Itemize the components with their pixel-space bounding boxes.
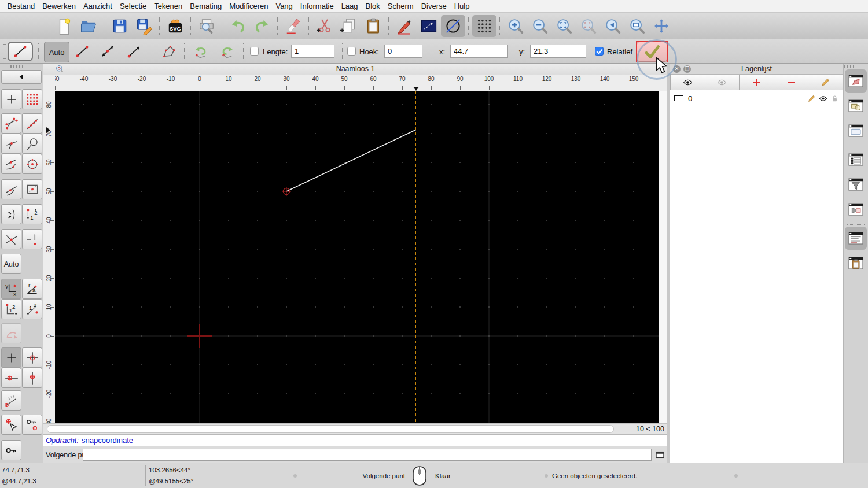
line-two-points-button[interactable] [71, 42, 94, 61]
restrict-off-button[interactable] [1, 347, 21, 368]
layer-pencil-edit-button[interactable] [807, 94, 816, 103]
snap-angles-button[interactable] [1, 390, 21, 411]
erase-button[interactable] [281, 15, 306, 37]
layer-row[interactable]: 0 [670, 91, 843, 105]
layer-color-swatch[interactable] [674, 95, 683, 101]
menu-scherm[interactable]: Scherm [384, 2, 417, 10]
layers-hide-all-button[interactable] [705, 75, 740, 90]
panel-layer-list-toggle-button[interactable] [845, 69, 867, 93]
auto-mode-button[interactable]: Auto [44, 42, 69, 62]
snap-intersection-manual-button[interactable] [22, 229, 42, 249]
undo-segment-button[interactable] [190, 42, 213, 61]
polyline-mode-button[interactable] [157, 42, 181, 61]
lock-relative-zero-button[interactable] [1, 440, 21, 460]
panel-entity-filter-toggle-button[interactable] [845, 198, 867, 221]
open-file-button[interactable] [76, 15, 101, 37]
layer-add-button[interactable] [740, 75, 774, 90]
coord-cartesian-button[interactable]: yx [1, 279, 21, 299]
undo-button[interactable] [226, 15, 250, 37]
menu-bestand[interactable]: Bestand [3, 2, 39, 10]
panel-clipboard-toggle-button[interactable] [845, 252, 867, 275]
zoom-selection-button[interactable] [576, 15, 601, 37]
menu-tekenen[interactable]: Tekenen [150, 2, 186, 10]
snap-distance-button[interactable]: 12 [22, 204, 42, 224]
paste-button[interactable] [361, 15, 385, 37]
restrict-angle-off-button[interactable] [1, 323, 21, 343]
snap-auto-button[interactable] [1, 204, 21, 224]
zoom-window-button[interactable] [625, 15, 649, 37]
new-file-button[interactable] [52, 15, 76, 37]
active-line-tool-button[interactable] [8, 42, 33, 61]
menu-hulp[interactable]: Hulp [450, 2, 473, 10]
snap-tangent-button[interactable] [1, 179, 21, 199]
redo-button[interactable] [250, 15, 274, 37]
angle-checkbox[interactable] [347, 47, 356, 56]
menu-blok[interactable]: Blok [362, 2, 384, 10]
document-window-titlebar[interactable]: Naamloos 1 [43, 64, 667, 75]
command-input[interactable] [83, 449, 652, 461]
snap-coordinate-button[interactable] [1, 415, 21, 435]
rel-polar-button[interactable]: 12 [22, 299, 42, 319]
menu-aanzicht[interactable]: Aanzicht [80, 2, 116, 10]
layers-show-all-button[interactable] [670, 75, 705, 90]
snap-reference-button[interactable] [22, 179, 42, 199]
layer-edit-button[interactable] [808, 75, 843, 90]
save-as-button[interactable] [132, 15, 156, 37]
back-arrow-button[interactable] [1, 70, 42, 84]
snap-center-button[interactable] [22, 154, 42, 174]
line-blueprint-button[interactable] [417, 15, 441, 37]
panel-property-editor-toggle-button[interactable] [845, 148, 867, 171]
menu-selectie[interactable]: Selectie [116, 2, 150, 10]
menu-bemating[interactable]: Bemating [186, 2, 226, 10]
dock-grip[interactable] [844, 65, 867, 68]
line-one-direction-button[interactable] [123, 42, 146, 61]
menu-informatie[interactable]: Informatie [296, 2, 337, 10]
grid-toggle-button[interactable] [472, 15, 496, 37]
snap-endpoints-button[interactable] [1, 113, 21, 134]
horizontal-scrollbar-thumb[interactable] [47, 425, 614, 433]
svg-export-button[interactable]: SVG [163, 15, 187, 37]
length-checkbox[interactable] [250, 47, 259, 56]
dock-grip[interactable] [10, 65, 34, 68]
draw-pencil-button[interactable] [392, 15, 417, 37]
snap-grid-button[interactable] [22, 89, 42, 109]
panel-library-toggle-button[interactable] [845, 119, 867, 142]
redo-segment-button[interactable] [215, 42, 238, 61]
snap-intersection-button[interactable] [1, 229, 21, 249]
copy-button[interactable] [337, 15, 361, 37]
snap-auto-button[interactable]: Auto [1, 254, 21, 274]
print-preview-button[interactable] [194, 15, 219, 37]
horizontal-scrollbar[interactable]: 10 < 100 [43, 423, 667, 434]
layer-remove-button[interactable] [774, 75, 809, 90]
circle-slash-button[interactable] [441, 15, 465, 37]
restrict-orthogonal-button[interactable] [22, 347, 42, 368]
zoom-previous-button[interactable] [601, 15, 625, 37]
layer-eye-open-button[interactable] [819, 94, 827, 103]
relative-checkbox[interactable] [595, 47, 604, 56]
snap-entity-button[interactable] [22, 134, 42, 154]
coord-polar-button[interactable]: ra [22, 279, 42, 299]
set-relative-zero-button[interactable] [22, 415, 42, 435]
restrict-horizontal-button[interactable] [1, 368, 21, 388]
zoom-auto-button[interactable] [552, 15, 576, 37]
toolbar-grip[interactable] [3, 44, 6, 59]
snap-on-entity-button[interactable] [22, 113, 42, 134]
drawing-canvas[interactable] [55, 91, 659, 423]
pan-button[interactable] [649, 15, 674, 37]
layer-lock-gray-button[interactable] [830, 94, 839, 103]
zoom-out-button[interactable] [528, 15, 552, 37]
menu-modificeren[interactable]: Modificeren [226, 2, 272, 10]
command-window-toggle-button[interactable] [654, 449, 665, 460]
menu-laag[interactable]: Laag [337, 2, 362, 10]
angle-input[interactable] [384, 45, 422, 58]
menu-diverse[interactable]: Diverse [417, 2, 450, 10]
zoom-in-button[interactable] [503, 15, 528, 37]
restrict-vertical-button[interactable] [22, 368, 42, 388]
snap-middle-button[interactable] [1, 154, 21, 174]
panel-selection-filter-toggle-button[interactable] [845, 173, 867, 196]
length-input[interactable] [291, 45, 334, 58]
rel-cartesian-button[interactable]: 12 [1, 299, 21, 319]
snap-perpendicular-button[interactable] [1, 134, 21, 154]
line-both-directions-button[interactable] [96, 42, 119, 61]
menu-vang[interactable]: Vang [272, 2, 296, 10]
